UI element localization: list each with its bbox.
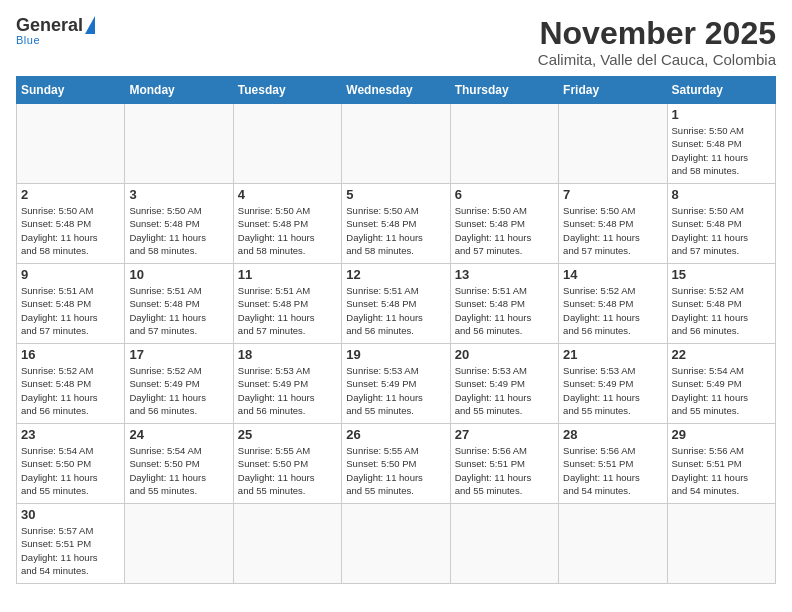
cell-info: Sunrise: 5:50 AMSunset: 5:48 PMDaylight:… <box>563 204 662 257</box>
cell-info: Sunrise: 5:50 AMSunset: 5:48 PMDaylight:… <box>455 204 554 257</box>
calendar-cell: 13Sunrise: 5:51 AMSunset: 5:48 PMDayligh… <box>450 264 558 344</box>
week-row-4: 16Sunrise: 5:52 AMSunset: 5:48 PMDayligh… <box>17 344 776 424</box>
calendar-cell <box>450 104 558 184</box>
date-number: 7 <box>563 187 662 202</box>
date-number: 23 <box>21 427 120 442</box>
logo-blue-text: Blue <box>16 34 40 46</box>
date-number: 11 <box>238 267 337 282</box>
cell-info: Sunrise: 5:53 AMSunset: 5:49 PMDaylight:… <box>455 364 554 417</box>
date-number: 1 <box>672 107 771 122</box>
calendar-cell: 14Sunrise: 5:52 AMSunset: 5:48 PMDayligh… <box>559 264 667 344</box>
calendar-cell: 4Sunrise: 5:50 AMSunset: 5:48 PMDaylight… <box>233 184 341 264</box>
calendar-cell: 12Sunrise: 5:51 AMSunset: 5:48 PMDayligh… <box>342 264 450 344</box>
cell-info: Sunrise: 5:53 AMSunset: 5:49 PMDaylight:… <box>346 364 445 417</box>
calendar-cell <box>450 504 558 584</box>
calendar-cell: 19Sunrise: 5:53 AMSunset: 5:49 PMDayligh… <box>342 344 450 424</box>
date-number: 16 <box>21 347 120 362</box>
cell-info: Sunrise: 5:51 AMSunset: 5:48 PMDaylight:… <box>21 284 120 337</box>
date-number: 5 <box>346 187 445 202</box>
calendar-cell: 22Sunrise: 5:54 AMSunset: 5:49 PMDayligh… <box>667 344 775 424</box>
calendar-cell: 20Sunrise: 5:53 AMSunset: 5:49 PMDayligh… <box>450 344 558 424</box>
calendar-cell: 26Sunrise: 5:55 AMSunset: 5:50 PMDayligh… <box>342 424 450 504</box>
day-header-monday: Monday <box>125 77 233 104</box>
title-area: November 2025 Calimita, Valle del Cauca,… <box>538 16 776 68</box>
date-number: 25 <box>238 427 337 442</box>
calendar-cell <box>17 104 125 184</box>
logo-triangle-icon <box>85 16 95 34</box>
date-number: 14 <box>563 267 662 282</box>
calendar-cell: 2Sunrise: 5:50 AMSunset: 5:48 PMDaylight… <box>17 184 125 264</box>
cell-info: Sunrise: 5:50 AMSunset: 5:48 PMDaylight:… <box>672 204 771 257</box>
cell-info: Sunrise: 5:56 AMSunset: 5:51 PMDaylight:… <box>672 444 771 497</box>
date-number: 29 <box>672 427 771 442</box>
cell-info: Sunrise: 5:54 AMSunset: 5:49 PMDaylight:… <box>672 364 771 417</box>
calendar-cell: 29Sunrise: 5:56 AMSunset: 5:51 PMDayligh… <box>667 424 775 504</box>
date-number: 20 <box>455 347 554 362</box>
cell-info: Sunrise: 5:50 AMSunset: 5:48 PMDaylight:… <box>238 204 337 257</box>
calendar-cell <box>342 104 450 184</box>
week-row-1: 1Sunrise: 5:50 AMSunset: 5:48 PMDaylight… <box>17 104 776 184</box>
date-number: 19 <box>346 347 445 362</box>
calendar-cell <box>125 504 233 584</box>
calendar-cell: 24Sunrise: 5:54 AMSunset: 5:50 PMDayligh… <box>125 424 233 504</box>
day-header-friday: Friday <box>559 77 667 104</box>
date-number: 12 <box>346 267 445 282</box>
calendar-cell: 10Sunrise: 5:51 AMSunset: 5:48 PMDayligh… <box>125 264 233 344</box>
calendar-cell: 6Sunrise: 5:50 AMSunset: 5:48 PMDaylight… <box>450 184 558 264</box>
day-header-saturday: Saturday <box>667 77 775 104</box>
day-header-thursday: Thursday <box>450 77 558 104</box>
calendar-title: November 2025 <box>538 16 776 51</box>
calendar-cell: 3Sunrise: 5:50 AMSunset: 5:48 PMDaylight… <box>125 184 233 264</box>
calendar-cell: 16Sunrise: 5:52 AMSunset: 5:48 PMDayligh… <box>17 344 125 424</box>
date-number: 27 <box>455 427 554 442</box>
cell-info: Sunrise: 5:55 AMSunset: 5:50 PMDaylight:… <box>346 444 445 497</box>
date-number: 21 <box>563 347 662 362</box>
calendar-cell: 21Sunrise: 5:53 AMSunset: 5:49 PMDayligh… <box>559 344 667 424</box>
cell-info: Sunrise: 5:56 AMSunset: 5:51 PMDaylight:… <box>455 444 554 497</box>
cell-info: Sunrise: 5:53 AMSunset: 5:49 PMDaylight:… <box>563 364 662 417</box>
calendar-cell: 23Sunrise: 5:54 AMSunset: 5:50 PMDayligh… <box>17 424 125 504</box>
cell-info: Sunrise: 5:53 AMSunset: 5:49 PMDaylight:… <box>238 364 337 417</box>
date-number: 28 <box>563 427 662 442</box>
date-number: 18 <box>238 347 337 362</box>
page-container: General Blue November 2025 Calimita, Val… <box>16 16 776 584</box>
cell-info: Sunrise: 5:57 AMSunset: 5:51 PMDaylight:… <box>21 524 120 577</box>
cell-info: Sunrise: 5:50 AMSunset: 5:48 PMDaylight:… <box>21 204 120 257</box>
calendar-cell: 28Sunrise: 5:56 AMSunset: 5:51 PMDayligh… <box>559 424 667 504</box>
calendar-cell <box>342 504 450 584</box>
calendar-cell <box>233 104 341 184</box>
date-number: 10 <box>129 267 228 282</box>
calendar-cell: 25Sunrise: 5:55 AMSunset: 5:50 PMDayligh… <box>233 424 341 504</box>
cell-info: Sunrise: 5:51 AMSunset: 5:48 PMDaylight:… <box>346 284 445 337</box>
header: General Blue November 2025 Calimita, Val… <box>16 16 776 68</box>
cell-info: Sunrise: 5:51 AMSunset: 5:48 PMDaylight:… <box>238 284 337 337</box>
logo-row: General <box>16 16 95 34</box>
cell-info: Sunrise: 5:54 AMSunset: 5:50 PMDaylight:… <box>129 444 228 497</box>
cell-info: Sunrise: 5:55 AMSunset: 5:50 PMDaylight:… <box>238 444 337 497</box>
calendar-cell: 15Sunrise: 5:52 AMSunset: 5:48 PMDayligh… <box>667 264 775 344</box>
date-number: 24 <box>129 427 228 442</box>
calendar-subtitle: Calimita, Valle del Cauca, Colombia <box>538 51 776 68</box>
calendar-cell: 18Sunrise: 5:53 AMSunset: 5:49 PMDayligh… <box>233 344 341 424</box>
date-number: 3 <box>129 187 228 202</box>
calendar-cell <box>125 104 233 184</box>
logo-general: General <box>16 16 83 34</box>
date-number: 13 <box>455 267 554 282</box>
date-number: 15 <box>672 267 771 282</box>
day-header-tuesday: Tuesday <box>233 77 341 104</box>
calendar-cell: 11Sunrise: 5:51 AMSunset: 5:48 PMDayligh… <box>233 264 341 344</box>
calendar-cell: 1Sunrise: 5:50 AMSunset: 5:48 PMDaylight… <box>667 104 775 184</box>
cell-info: Sunrise: 5:51 AMSunset: 5:48 PMDaylight:… <box>129 284 228 337</box>
calendar-cell: 27Sunrise: 5:56 AMSunset: 5:51 PMDayligh… <box>450 424 558 504</box>
week-row-5: 23Sunrise: 5:54 AMSunset: 5:50 PMDayligh… <box>17 424 776 504</box>
date-number: 17 <box>129 347 228 362</box>
cell-info: Sunrise: 5:52 AMSunset: 5:48 PMDaylight:… <box>563 284 662 337</box>
cell-info: Sunrise: 5:50 AMSunset: 5:48 PMDaylight:… <box>129 204 228 257</box>
calendar-cell: 30Sunrise: 5:57 AMSunset: 5:51 PMDayligh… <box>17 504 125 584</box>
date-number: 30 <box>21 507 120 522</box>
calendar-cell <box>233 504 341 584</box>
date-number: 6 <box>455 187 554 202</box>
calendar-cell <box>559 104 667 184</box>
cell-info: Sunrise: 5:52 AMSunset: 5:48 PMDaylight:… <box>672 284 771 337</box>
calendar-cell <box>667 504 775 584</box>
